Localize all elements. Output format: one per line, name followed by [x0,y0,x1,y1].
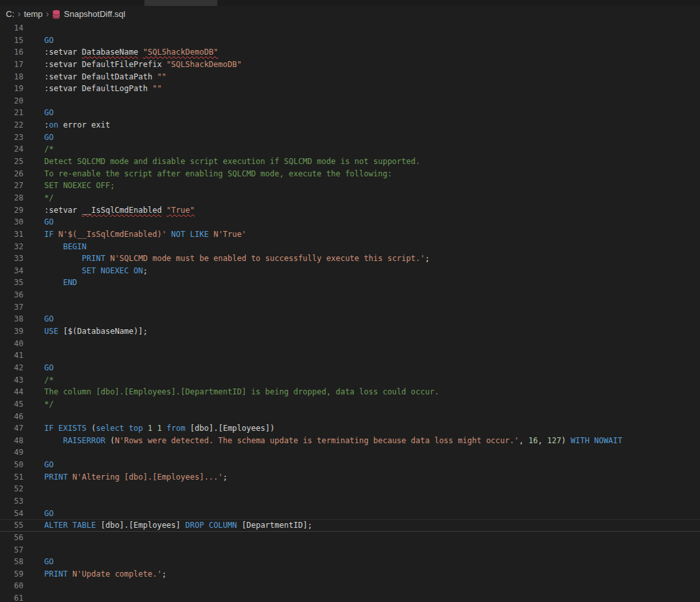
line-number[interactable]: 34 [0,265,23,277]
line-number[interactable]: 52 [0,483,23,495]
code-editor[interactable]: 1415GO16:setvar DatabaseName "SQLShackDe… [0,22,700,602]
code-line[interactable]: 23GO [0,131,700,144]
code-line[interactable]: 55ALTER TABLE [dbo].[Employees] DROP COL… [0,519,700,532]
line-number[interactable]: 56 [0,532,23,544]
line-number[interactable]: 32 [0,241,23,253]
code-line[interactable]: 14 [0,22,700,34]
code-line[interactable]: 46 [0,411,700,423]
line-number[interactable]: 44 [0,386,23,398]
line-number[interactable]: 53 [0,495,23,508]
code-line[interactable]: 27SET NOEXEC OFF; [0,180,700,192]
line-number[interactable]: 39 [0,325,23,338]
code-line[interactable]: 51PRINT N'Altering [dbo].[Employees]...'… [0,471,700,484]
line-number[interactable]: 49 [0,446,23,459]
code-line[interactable]: 50GO [0,459,700,471]
line-number[interactable]: 30 [0,216,23,228]
line-number[interactable]: 60 [0,580,23,592]
code-line[interactable]: 61 [0,592,700,602]
code-line[interactable]: 49 [0,446,700,459]
code-line[interactable]: 56 [0,532,700,544]
line-number[interactable]: 43 [0,374,23,387]
code-line[interactable]: 38GO [0,313,700,325]
code-line[interactable]: 26To re-enable the script after enabling… [0,168,700,180]
code-line[interactable]: 53 [0,495,700,508]
line-number[interactable]: 31 [0,228,23,241]
line-number[interactable]: 37 [0,301,23,314]
line-number[interactable]: 45 [0,398,23,411]
line-number[interactable]: 38 [0,313,23,325]
editor-tab-fragment[interactable] [144,0,217,6]
line-number[interactable]: 61 [0,592,23,602]
line-number[interactable]: 36 [0,289,23,301]
code-line[interactable]: 32 BEGIN [0,241,700,253]
code-line[interactable]: 24/* [0,143,700,156]
line-number[interactable]: 59 [0,568,23,581]
line-number[interactable]: 47 [0,422,23,435]
code-line[interactable]: 54GO [0,508,700,520]
code-line[interactable]: 37 [0,301,700,314]
code-line[interactable]: 21GO [0,107,700,119]
code-line[interactable]: 36 [0,289,700,301]
code-line[interactable]: 59PRINT N'Update complete.'; [0,568,700,581]
code-line[interactable]: 16:setvar DatabaseName "SQLShackDemoDB" [0,46,700,59]
line-number[interactable]: 55 [0,519,23,532]
line-number[interactable]: 48 [0,435,23,447]
code-line[interactable]: 22:on error exit [0,119,700,131]
code-line[interactable]: 31IF N'$(__IsSqlCmdEnabled)' NOT LIKE N'… [0,228,700,241]
code-line[interactable]: 60 [0,580,700,592]
line-number[interactable]: 50 [0,459,23,471]
line-number[interactable]: 41 [0,349,23,362]
code-line[interactable]: 33 PRINT N'SQLCMD mode must be enabled t… [0,253,700,265]
code-line[interactable]: 48 RAISERROR (N'Rows were detected. The … [0,435,700,447]
code-line[interactable]: 15GO [0,34,700,47]
line-number[interactable]: 25 [0,156,23,168]
line-number[interactable]: 46 [0,411,23,423]
code-line[interactable]: 30GO [0,216,700,228]
breadcrumb-item-drive[interactable]: C: [6,9,14,19]
code-line[interactable]: 35 END [0,277,700,289]
breadcrumb-item-folder[interactable]: temp [24,9,43,19]
line-number[interactable]: 27 [0,180,23,192]
line-number[interactable]: 22 [0,119,23,131]
breadcrumb-item-file[interactable]: SnapshotDiff.sql [52,9,125,19]
line-number[interactable]: 33 [0,253,23,265]
code-line[interactable]: 47IF EXISTS (select top 1 1 from [dbo].[… [0,422,700,435]
code-line[interactable]: 39USE [$(DatabaseName)]; [0,325,700,338]
line-number[interactable]: 18 [0,71,23,83]
line-number[interactable]: 42 [0,362,23,374]
code-line[interactable]: 29:setvar __IsSqlCmdEnabled "True" [0,204,700,217]
code-line[interactable]: 18:setvar DefaultDataPath "" [0,71,700,83]
code-line[interactable]: 34 SET NOEXEC ON; [0,265,700,277]
code-line[interactable]: 20 [0,95,700,107]
line-number[interactable]: 58 [0,556,23,568]
code-line[interactable]: 44The column [dbo].[Employees].[Departme… [0,386,700,398]
line-number[interactable]: 26 [0,168,23,180]
line-number[interactable]: 23 [0,131,23,144]
code-line[interactable]: 40 [0,338,700,350]
line-number[interactable]: 17 [0,59,23,71]
line-number[interactable]: 28 [0,192,23,204]
code-line[interactable]: 52 [0,483,700,495]
line-number[interactable]: 19 [0,83,23,95]
line-number[interactable]: 35 [0,277,23,289]
line-number[interactable]: 51 [0,471,23,484]
line-number[interactable]: 15 [0,34,23,47]
code-line[interactable]: 19:setvar DefaultLogPath "" [0,83,700,95]
line-number[interactable]: 54 [0,508,23,520]
code-line[interactable]: 45*/ [0,398,700,411]
line-number[interactable]: 29 [0,204,23,217]
code-line[interactable]: 58GO [0,556,700,568]
code-line[interactable]: 25Detect SQLCMD mode and disable script … [0,156,700,168]
line-number[interactable]: 21 [0,107,23,119]
code-line[interactable]: 43/* [0,374,700,387]
code-line[interactable]: 42GO [0,362,700,374]
line-number[interactable]: 24 [0,143,23,156]
line-number[interactable]: 14 [0,22,23,34]
code-line[interactable]: 41 [0,349,700,362]
line-number[interactable]: 57 [0,544,23,556]
line-number[interactable]: 20 [0,95,23,107]
code-line[interactable]: 57 [0,544,700,556]
code-line[interactable]: 28*/ [0,192,700,204]
code-line[interactable]: 17:setvar DefaultFilePrefix "SQLShackDem… [0,59,700,71]
line-number[interactable]: 40 [0,338,23,350]
